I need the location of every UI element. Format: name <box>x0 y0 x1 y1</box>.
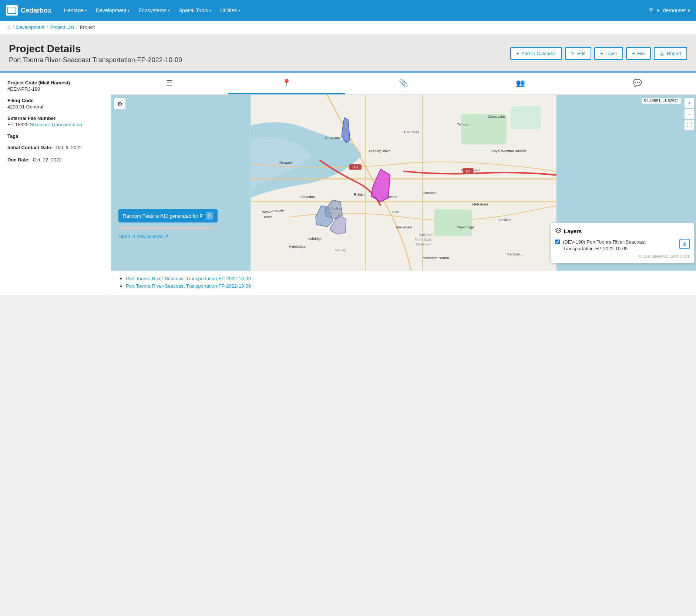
nav-item-development[interactable]: Development▾ <box>92 4 134 16</box>
project-title-area: Project Details Port Toonra River-Seacoa… <box>9 43 182 64</box>
nav-chevron-ecosystems: ▾ <box>168 9 170 13</box>
svg-text:Somerset: Somerset <box>416 242 431 246</box>
search-icon: 🔍 <box>649 7 655 13</box>
zoom-in-button[interactable]: + <box>684 98 695 108</box>
map-link-item-1: Port Toonra River-Seacoast Transportatio… <box>126 275 689 281</box>
map-link-item-2: Port Toonra River-Seacoast Transportatio… <box>126 283 689 289</box>
breadcrumb-sep-1: / <box>13 24 14 30</box>
breadcrumb-project-list[interactable]: Project List <box>50 24 74 30</box>
external-file-field: External File Number FP-18320 Seacoast T… <box>7 116 103 127</box>
add-to-calendar-button[interactable]: + Add to Calendar <box>510 47 562 60</box>
svg-text:Bath: Bath <box>392 210 399 214</box>
project-code-label: Project Code (Mail Harvest) <box>7 80 103 86</box>
external-file-value: FP-18320 Seacoast Transportation <box>7 122 103 127</box>
map-link-1[interactable]: Port Toonra River-Seacoast Transportatio… <box>126 276 251 281</box>
svg-text:North East: North East <box>415 238 431 241</box>
main-content: Project Code (Mail Harvest) #DEV-PRJ-190… <box>0 73 696 295</box>
svg-text:Highbridge: Highbridge <box>289 245 306 248</box>
external-file-number: FP-18320 <box>7 122 28 127</box>
tab-location[interactable]: 📍 <box>228 73 345 94</box>
project-header: Project Details Port Toonra River-Seacoa… <box>0 34 696 73</box>
map-container[interactable]: Bristol Bath Newport Clevedon Weston-sup… <box>111 95 696 271</box>
nav-item-heritage[interactable]: Heritage▾ <box>60 4 91 16</box>
tab-comments[interactable]: 💬 <box>579 73 696 94</box>
filing-code-field: Filing Code 4200.01 General <box>7 98 103 110</box>
external-file-link[interactable]: Seacoast Transportation <box>30 122 82 127</box>
tab-attachments[interactable]: 📎 <box>345 73 462 94</box>
layer-item-1: (DEV-190) Port Toonra River-Seacoast Tra… <box>555 239 690 252</box>
due-date-value: Oct. 22, 2022 <box>33 157 62 163</box>
report-button[interactable]: 🖨 Report <box>654 47 687 60</box>
add-to-calendar-label: Add to Calendar <box>521 51 556 56</box>
map-popup-scrollbar[interactable] <box>118 227 215 230</box>
calendar-icon: + <box>516 51 519 56</box>
project-code-field: Project Code (Mail Harvest) #DEV-PRJ-190 <box>7 80 103 92</box>
nav-chevron-heritage: ▾ <box>85 9 87 13</box>
map-links-list: Port Toonra River-Seacoast Transportatio… <box>118 275 689 289</box>
breadcrumb: ⌂ / Development / Project List / Project <box>0 21 696 34</box>
map-open-link[interactable]: Open in new window ↗ <box>118 234 168 239</box>
brand[interactable]: Cedarbox <box>6 5 51 16</box>
external-file-label: External File Number <box>7 116 103 121</box>
tags-field: Tags <box>7 133 103 139</box>
nav-search[interactable]: 🔍 ▾ <box>645 4 663 16</box>
layers-panel: Layers (DEV-190) Port Toonra River-Seaco… <box>550 222 695 263</box>
search-chevron: ▾ <box>657 7 659 13</box>
initial-contact-label: Initial Contact Date: <box>7 145 53 150</box>
svg-text:M49: M49 <box>352 166 358 169</box>
svg-text:Marlboro...: Marlboro... <box>507 252 523 256</box>
breadcrumb-development[interactable]: Development <box>16 24 44 30</box>
layers-label: Layers <box>564 228 582 234</box>
nav-items: Heritage▾Development▾Ecosystems▾Spatial … <box>60 4 645 16</box>
open-link-text: Open in new window <box>118 234 163 239</box>
file-label: File <box>637 51 645 56</box>
zoom-out-button[interactable]: − <box>684 109 695 119</box>
map-coordinates: 51.40851, -1.62571 <box>642 98 681 104</box>
map-gear-button[interactable]: ⚙ <box>114 98 126 110</box>
map-links: Port Toonra River-Seacoast Transportatio… <box>111 271 696 295</box>
nav-chevron-utilities: ▾ <box>238 9 240 13</box>
right-panel: ☰ 📍 📎 👥 💬 <box>111 73 696 295</box>
svg-text:Tetbury: Tetbury <box>457 123 468 126</box>
initial-contact-value: Oct. 9, 2022 <box>56 145 82 150</box>
initial-contact-field: Initial Contact Date: Oct. 9, 2022 <box>7 145 103 151</box>
svg-text:Thornbury: Thornbury <box>404 130 420 134</box>
breadcrumb-home[interactable]: ⌂ <box>7 24 10 30</box>
nav-item-ecosystems[interactable]: Ecosystems▾ <box>135 4 173 16</box>
user-menu[interactable]: demouser ▾ <box>663 7 690 13</box>
report-label: Report <box>667 51 681 56</box>
location-icon: 📍 <box>282 78 291 87</box>
nav-label-development: Development <box>96 7 127 13</box>
svg-text:Mare: Mare <box>264 215 272 219</box>
map-link-2[interactable]: Port Toonra River-Seacoast Transportatio… <box>126 283 251 289</box>
due-date-field: Due Date: Oct. 22, 2022 <box>7 157 103 163</box>
svg-text:Melksham: Melksham <box>472 202 488 206</box>
breadcrumb-sep-2: / <box>47 24 48 30</box>
open-external-icon: ↗ <box>164 234 168 239</box>
tab-list[interactable]: ☰ <box>111 73 228 94</box>
layer-label: Layer <box>605 51 618 56</box>
svg-text:Newport: Newport <box>279 161 292 164</box>
nav-item-utilities[interactable]: Utilities▾ <box>216 4 244 16</box>
layer-checkbox-1[interactable] <box>555 240 560 244</box>
edit-button[interactable]: ✎ Edit <box>565 47 591 60</box>
file-button[interactable]: + File <box>626 47 651 60</box>
list-icon: ☰ <box>166 78 173 87</box>
edit-label: Edit <box>577 51 585 56</box>
contacts-icon: 👥 <box>516 78 525 87</box>
breadcrumb-sep-3: / <box>76 24 78 30</box>
layer-target-button-1[interactable]: ⊕ <box>679 239 690 249</box>
tab-contacts[interactable]: 👥 <box>462 73 579 94</box>
svg-rect-8 <box>434 210 472 236</box>
svg-text:Corsham: Corsham <box>423 191 437 195</box>
breadcrumb-current: Project <box>80 24 95 30</box>
header-buttons: + Add to Calendar ✎ Edit + Layer + File … <box>510 47 687 60</box>
svg-text:Bradley Stoke: Bradley Stoke <box>369 149 391 153</box>
layer-button[interactable]: + Layer <box>594 47 623 60</box>
filing-code-value: 4200.01 General <box>7 104 103 110</box>
fullscreen-button[interactable]: ⛶ <box>684 120 695 130</box>
filing-code-label: Filing Code <box>7 98 103 103</box>
nav-item-spatial-tools[interactable]: Spatial Tools▾ <box>175 4 215 16</box>
popup-close-button[interactable]: X <box>206 212 213 220</box>
svg-text:Bath and: Bath and <box>419 233 433 237</box>
